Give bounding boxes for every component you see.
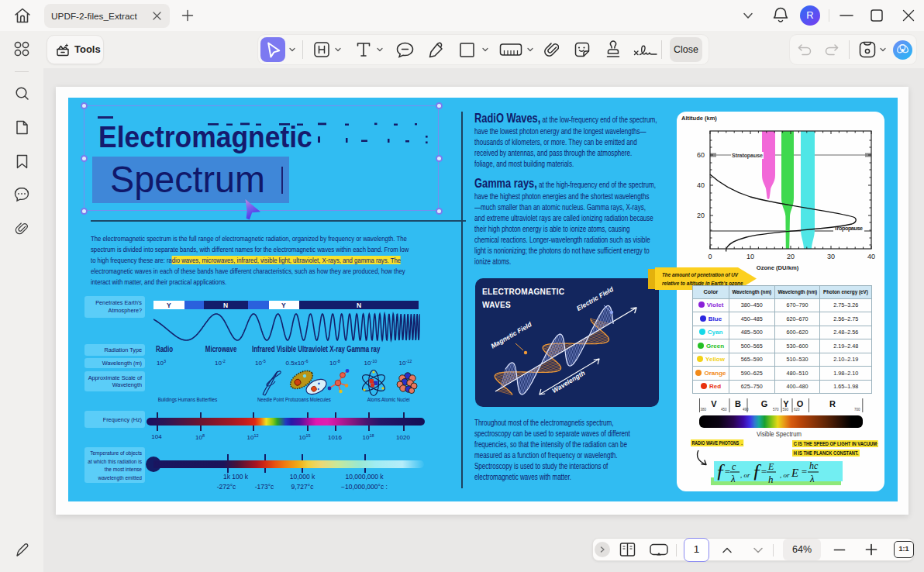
svg-text:Tropopause: Tropopause bbox=[834, 225, 863, 232]
svg-text:60: 60 bbox=[697, 151, 705, 159]
svg-text:, or: , or bbox=[740, 471, 750, 479]
svg-text:20: 20 bbox=[697, 212, 705, 219]
svg-text:Stratopause: Stratopause bbox=[732, 152, 763, 159]
svg-text:380: 380 bbox=[701, 408, 707, 412]
svg-text:E: E bbox=[791, 467, 798, 479]
svg-text:=: = bbox=[724, 466, 731, 477]
svg-text:590: 590 bbox=[783, 408, 789, 412]
svg-text:h: h bbox=[768, 474, 774, 485]
svg-text:E: E bbox=[767, 461, 774, 472]
svg-text:450: 450 bbox=[721, 408, 727, 412]
svg-text:30: 30 bbox=[827, 253, 835, 260]
svg-text:40: 40 bbox=[867, 253, 875, 260]
svg-text:700: 700 bbox=[854, 408, 860, 412]
svg-text:570: 570 bbox=[773, 408, 779, 412]
svg-text:R: R bbox=[829, 399, 836, 408]
svg-text:G: G bbox=[761, 399, 768, 408]
svg-text:Ozone (DU/km): Ozone (DU/km) bbox=[757, 264, 799, 271]
svg-text:0: 0 bbox=[708, 253, 712, 260]
svg-text:=: = bbox=[760, 466, 767, 477]
svg-text:490: 490 bbox=[743, 408, 749, 412]
svg-text:40: 40 bbox=[697, 181, 705, 189]
svg-text:10: 10 bbox=[746, 253, 754, 260]
svg-text:λ: λ bbox=[730, 473, 736, 484]
svg-text:20: 20 bbox=[787, 253, 795, 260]
svg-text:=: = bbox=[801, 466, 808, 477]
svg-text:V: V bbox=[711, 399, 717, 408]
svg-text:Magnetic Field: Magnetic Field bbox=[489, 320, 533, 350]
svg-text:B: B bbox=[735, 399, 741, 408]
svg-text:c: c bbox=[732, 461, 736, 472]
svg-text:, or: , or bbox=[780, 471, 790, 479]
svg-text:hc: hc bbox=[809, 460, 819, 471]
svg-text:λ: λ bbox=[809, 473, 815, 484]
svg-text:620: 620 bbox=[794, 408, 800, 412]
svg-text:Wavelength: Wavelength bbox=[551, 369, 587, 395]
